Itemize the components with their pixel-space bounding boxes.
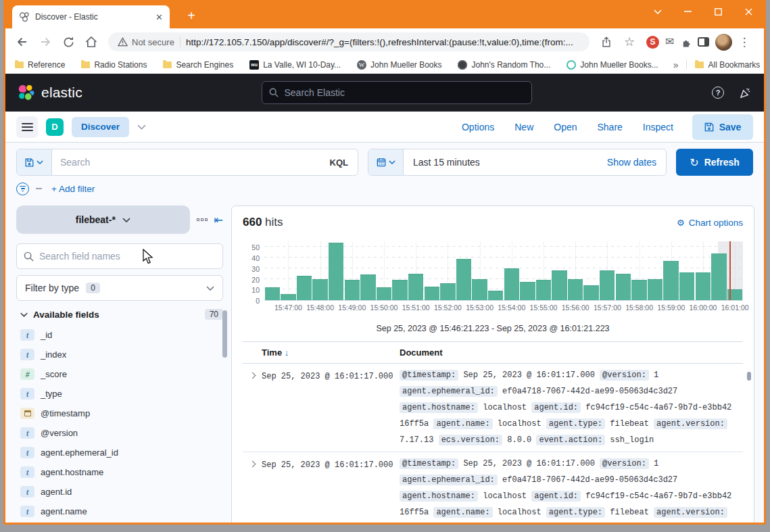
- reload-button[interactable]: [58, 32, 78, 52]
- histogram-bar[interactable]: [696, 272, 711, 300]
- saved-query-menu-button[interactable]: [17, 149, 52, 175]
- histogram-bar[interactable]: [297, 276, 312, 300]
- url-bar[interactable]: Not secure http://172.105.7.150/app/disc…: [108, 32, 589, 51]
- histogram-bar[interactable]: [408, 274, 423, 300]
- histogram-bar[interactable]: [345, 280, 360, 300]
- back-button[interactable]: [12, 32, 32, 52]
- bookmark-item[interactable]: Radio Stations: [81, 60, 147, 70]
- all-bookmarks-button[interactable]: All Bookmarks: [695, 60, 760, 70]
- nav-link-open[interactable]: Open: [554, 122, 577, 132]
- nav-link-share[interactable]: Share: [598, 122, 623, 132]
- search-input[interactable]: [52, 149, 320, 175]
- bookmark-item[interactable]: Search Engines: [163, 60, 233, 70]
- browser-menu-icon[interactable]: ⋮: [738, 37, 750, 48]
- bookmark-item[interactable]: John's Random Tho...: [458, 60, 550, 70]
- extension-s-icon[interactable]: S: [646, 36, 659, 49]
- histogram-bar[interactable]: [265, 287, 280, 300]
- histogram-bar[interactable]: [504, 268, 519, 300]
- field-item[interactable]: tagent.name: [20, 502, 223, 521]
- url-text[interactable]: http://172.105.7.150/app/discover#/?_g=(…: [186, 37, 580, 47]
- news-feed-icon[interactable]: [739, 87, 752, 99]
- breadcrumb[interactable]: Discover: [72, 117, 129, 137]
- not-secure-indicator[interactable]: Not secure: [118, 37, 174, 47]
- field-search-input[interactable]: [39, 251, 216, 262]
- chart-options-button[interactable]: ⚙ Chart options: [677, 218, 743, 228]
- bookmarks-overflow-icon[interactable]: »: [673, 60, 679, 70]
- histogram-bar[interactable]: [312, 279, 327, 300]
- field-item[interactable]: t@version: [20, 423, 223, 443]
- field-item[interactable]: t_id: [20, 325, 223, 345]
- histogram-bar[interactable]: [631, 280, 646, 300]
- table-scrollbar[interactable]: [747, 372, 751, 381]
- add-filter-button[interactable]: + Add filter: [51, 184, 95, 194]
- expand-row-button[interactable]: [243, 367, 262, 448]
- refresh-button[interactable]: ↻ Refresh: [676, 149, 753, 176]
- new-tab-button[interactable]: +: [183, 7, 200, 25]
- profile-avatar[interactable]: [715, 34, 732, 51]
- extensions-puzzle-icon[interactable]: [680, 37, 692, 48]
- histogram-bar[interactable]: [456, 259, 471, 300]
- histogram-bar[interactable]: [568, 279, 583, 300]
- tab-close-icon[interactable]: ✕: [155, 12, 163, 22]
- help-icon[interactable]: ?: [712, 87, 724, 99]
- home-button[interactable]: [81, 32, 101, 52]
- histogram-bar[interactable]: [679, 272, 694, 300]
- histogram-bar[interactable]: [552, 270, 567, 300]
- time-range-value[interactable]: Last 15 minutes: [404, 157, 598, 168]
- histogram-bar[interactable]: [472, 279, 487, 300]
- field-settings-icon[interactable]: [197, 218, 208, 221]
- menu-hamburger-icon[interactable]: [16, 116, 38, 138]
- field-item[interactable]: tagent.hostname: [20, 462, 223, 482]
- histogram-bar[interactable]: [520, 282, 535, 300]
- field-item[interactable]: @timestamp: [20, 404, 223, 423]
- histogram-bar[interactable]: [536, 280, 551, 300]
- histogram-bar[interactable]: [360, 274, 375, 300]
- calendar-menu-button[interactable]: [368, 149, 404, 175]
- field-item[interactable]: tagent.id: [20, 482, 223, 502]
- bookmark-item[interactable]: wuLa Valle, WI 10-Day...: [249, 60, 341, 70]
- histogram-bar[interactable]: [488, 291, 503, 300]
- query-language-badge[interactable]: KQL: [320, 149, 358, 175]
- histogram-bar[interactable]: [648, 279, 663, 300]
- field-item[interactable]: t_index: [20, 345, 223, 364]
- nav-link-options[interactable]: Options: [462, 122, 494, 132]
- window-minimize-button[interactable]: [673, 0, 703, 23]
- available-fields-header[interactable]: Available fields 70: [16, 309, 223, 320]
- column-header-document[interactable]: Document: [400, 347, 443, 358]
- window-maximize-button[interactable]: [703, 0, 733, 23]
- index-pattern-select[interactable]: filebeat-*: [16, 205, 190, 234]
- space-badge[interactable]: D: [46, 118, 64, 136]
- nav-link-new[interactable]: New: [514, 122, 533, 132]
- filter-by-type-select[interactable]: Filter by type 0: [16, 275, 223, 301]
- histogram-plot[interactable]: [264, 241, 743, 301]
- bookmark-item[interactable]: Reference: [15, 60, 65, 70]
- global-search-input[interactable]: Search Elastic: [262, 81, 532, 104]
- bookmark-star-icon[interactable]: ☆: [619, 32, 640, 52]
- histogram-bar[interactable]: [329, 243, 343, 300]
- collapse-sidebar-icon[interactable]: ⇤: [214, 214, 223, 226]
- breadcrumb-chevron-icon[interactable]: [137, 124, 146, 130]
- forward-button[interactable]: [35, 32, 55, 52]
- show-dates-button[interactable]: Show dates: [598, 157, 666, 168]
- histogram-bar[interactable]: [663, 261, 678, 300]
- histogram-bar[interactable]: [281, 294, 295, 300]
- field-search-box[interactable]: [16, 243, 223, 269]
- expand-row-button[interactable]: [243, 456, 262, 525]
- field-item[interactable]: tagent.ephemeral_id: [20, 443, 223, 462]
- mail-extension-icon[interactable]: ✉: [665, 37, 674, 47]
- window-chevron-icon[interactable]: [642, 0, 673, 23]
- filter-icon[interactable]: [16, 183, 29, 195]
- window-close-button[interactable]: [733, 0, 764, 23]
- field-item[interactable]: #_score: [20, 364, 223, 384]
- histogram-bar[interactable]: [425, 287, 439, 300]
- histogram-bar[interactable]: [600, 270, 615, 300]
- save-button[interactable]: Save: [692, 114, 753, 140]
- nav-link-inspect[interactable]: Inspect: [643, 122, 673, 132]
- share-icon[interactable]: [596, 32, 617, 52]
- histogram-bar[interactable]: [377, 287, 391, 300]
- field-item[interactable]: t_type: [20, 384, 223, 404]
- bookmark-item[interactable]: John Mueller Books...: [567, 60, 658, 70]
- sidebar-scrollbar[interactable]: [222, 310, 227, 358]
- histogram-bar[interactable]: [392, 280, 407, 300]
- histogram-bar[interactable]: [711, 253, 726, 300]
